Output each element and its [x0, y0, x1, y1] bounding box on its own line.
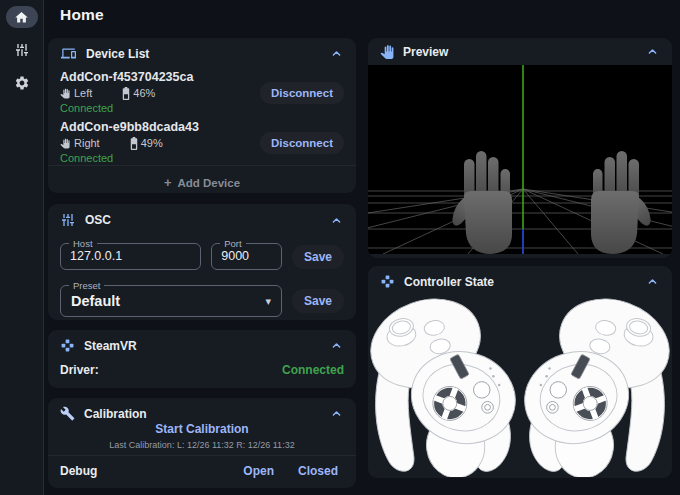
add-device-button[interactable]: +Add Device — [164, 175, 240, 190]
hand-icon — [380, 45, 394, 59]
right-hand-model — [591, 151, 655, 254]
controller-thumbwheel — [433, 386, 467, 420]
hand-icon — [60, 88, 70, 99]
controller-illustrations — [368, 293, 672, 478]
chevron-up-icon[interactable] — [329, 213, 344, 228]
wrench-icon — [60, 406, 75, 421]
sidebar — [0, 0, 44, 495]
driver-status: Connected — [282, 363, 344, 377]
sidebar-item-settings[interactable] — [6, 72, 38, 94]
plus-icon: + — [164, 175, 172, 190]
save-preset-button[interactable]: Save — [292, 289, 344, 313]
preset-selected-value: Default — [61, 293, 265, 309]
start-calibration-button[interactable]: Start Calibration — [155, 422, 248, 436]
osc-card: OSC Host Port Save Preset Default ▾ Save — [48, 204, 356, 320]
device-side-label: Right — [74, 137, 100, 150]
page-title: Home — [60, 6, 104, 24]
left-column: Device List AddCon-f453704235ca Left 46%… — [48, 38, 356, 488]
chevron-up-icon[interactable] — [645, 274, 660, 289]
device-list-header[interactable]: Device List — [48, 38, 356, 65]
controller-thumbwheel — [573, 386, 607, 420]
hand-icon — [60, 138, 70, 149]
port-field-label: Port — [220, 238, 245, 249]
device-name: AddCon-f453704235ca — [60, 70, 260, 85]
device-info: AddCon-f453704235ca Left 46% Connected — [60, 70, 260, 115]
add-device-row: +Add Device — [48, 165, 356, 193]
3d-preview-viewport[interactable] — [368, 65, 672, 254]
device-name: AddCon-e9bb8dcada43 — [60, 120, 260, 135]
osc-title: OSC — [85, 213, 111, 227]
host-field-wrapper: Host — [60, 243, 201, 270]
disconnect-button[interactable]: Disconnect — [260, 82, 344, 104]
chevron-up-icon[interactable] — [329, 46, 344, 61]
right-controller-illustration — [520, 295, 672, 477]
battery-icon — [130, 137, 138, 150]
preview-header[interactable]: Preview — [368, 38, 672, 65]
driver-label: Driver: — [60, 363, 99, 377]
left-controller-illustration — [368, 295, 520, 477]
preview-card: Preview — [368, 38, 672, 258]
debug-label: Debug — [60, 464, 97, 478]
gear-icon — [14, 75, 30, 91]
device-row-left: AddCon-f453704235ca Left 46% Connected D… — [48, 65, 356, 115]
home-icon — [14, 10, 29, 25]
last-calibration-text: Last Calibration: L: 12/26 11:32 R: 12/2… — [48, 440, 356, 450]
steamvr-card: SteamVR Driver: Connected — [48, 330, 356, 388]
sidebar-item-home[interactable] — [6, 6, 38, 28]
calibration-card: Calibration Start Calibration Last Calib… — [48, 398, 356, 488]
preset-select-label: Preset — [69, 280, 104, 291]
chevron-up-icon[interactable] — [329, 338, 344, 353]
debug-closed-button[interactable]: Closed — [292, 462, 344, 480]
save-host-port-button[interactable]: Save — [292, 245, 344, 269]
tune-icon — [60, 212, 76, 228]
battery-icon — [122, 87, 130, 100]
battery-percent: 46% — [133, 87, 155, 100]
device-list-title: Device List — [86, 47, 149, 61]
tune-icon — [14, 42, 30, 58]
calibration-header[interactable]: Calibration — [48, 398, 356, 421]
device-info: AddCon-e9bb8dcada43 Right 49% Connected — [60, 120, 260, 165]
controller-state-header[interactable]: Controller State — [368, 266, 672, 293]
debug-row: Debug Open Closed — [48, 455, 356, 488]
calibration-title: Calibration — [84, 407, 147, 421]
device-row-right: AddCon-e9bb8dcada43 Right 49% Connected … — [48, 115, 356, 165]
port-field-wrapper: Port — [211, 243, 282, 270]
disconnect-button[interactable]: Disconnect — [260, 132, 344, 154]
preset-select[interactable]: Preset Default ▾ — [60, 285, 282, 317]
steamvr-header[interactable]: SteamVR — [48, 330, 356, 357]
osc-header[interactable]: OSC — [48, 204, 356, 232]
device-status: Connected — [60, 151, 260, 165]
preview-title: Preview — [403, 45, 448, 59]
chevron-up-icon[interactable] — [645, 44, 660, 59]
left-hand-model — [448, 151, 512, 254]
device-side-label: Left — [74, 87, 92, 100]
dropdown-arrow-icon: ▾ — [265, 295, 281, 308]
right-column: Preview — [368, 38, 672, 478]
chevron-up-icon[interactable] — [329, 406, 344, 421]
debug-open-button[interactable]: Open — [237, 462, 280, 480]
battery-percent: 49% — [141, 137, 163, 150]
device-list-card: Device List AddCon-f453704235ca Left 46%… — [48, 38, 356, 193]
steamvr-title: SteamVR — [84, 339, 137, 353]
sidebar-item-tune[interactable] — [6, 39, 38, 61]
controller-state-icon — [380, 274, 395, 289]
device-status: Connected — [60, 101, 260, 115]
controller-state-title: Controller State — [404, 275, 494, 289]
steamvr-icon — [60, 338, 75, 353]
host-field-label: Host — [69, 238, 97, 249]
controller-state-card: Controller State — [368, 266, 672, 478]
devices-icon — [60, 46, 77, 61]
